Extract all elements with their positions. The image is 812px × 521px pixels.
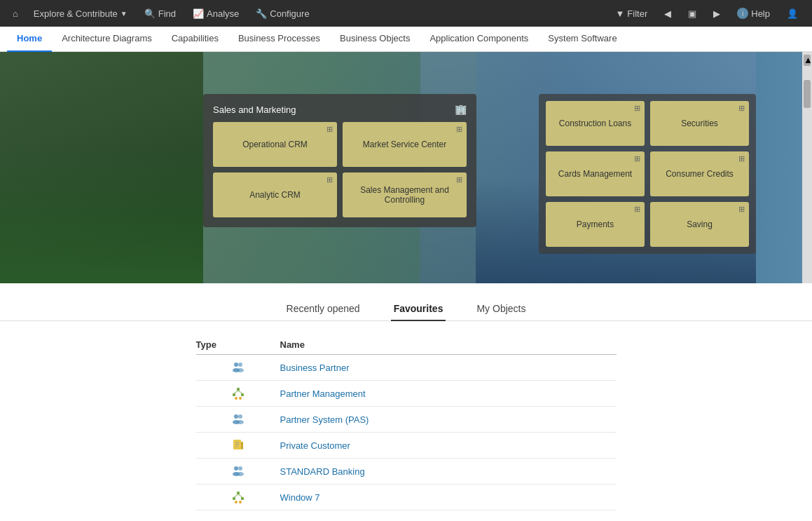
data-table: Type Name Business Partner bbox=[196, 335, 617, 510]
svg-point-21 bbox=[238, 466, 242, 471]
payments-box[interactable]: ⊞ Payments bbox=[546, 202, 645, 247]
table-row: STANDARD Banking bbox=[196, 459, 617, 485]
row-type-icon bbox=[196, 438, 280, 452]
bottom-section: Recently opened Favourites My Objects Ty… bbox=[0, 283, 812, 521]
name-column-header: Name bbox=[280, 339, 617, 350]
svg-line-7 bbox=[234, 391, 238, 393]
type-column-header: Type bbox=[196, 339, 280, 350]
row-type-icon bbox=[196, 386, 280, 400]
tab-architecture-diagrams[interactable]: Architecture Diagrams bbox=[52, 27, 162, 52]
svg-rect-26 bbox=[241, 497, 244, 500]
market-service-center-box[interactable]: ⊞ Market Service Center bbox=[343, 122, 467, 167]
tab-business-processes[interactable]: Business Processes bbox=[228, 27, 330, 52]
operational-crm-box[interactable]: ⊞ Operational CRM bbox=[213, 122, 337, 167]
nav-prev-button[interactable]: ◀ bbox=[657, 0, 678, 27]
grid-icon: ⊞ bbox=[738, 154, 745, 163]
window7-link[interactable]: Window 7 bbox=[280, 492, 617, 503]
home-button[interactable]: ⌂ bbox=[7, 0, 24, 27]
user-button[interactable]: 👤 bbox=[780, 0, 805, 27]
home-icon: ⌂ bbox=[13, 8, 18, 19]
help-button[interactable]: i Help bbox=[730, 0, 777, 27]
tab-my-objects[interactable]: My Objects bbox=[474, 297, 528, 321]
sales-card-title: Sales and Marketing 🏢 bbox=[213, 104, 467, 115]
securities-box[interactable]: ⊞ Securities bbox=[650, 101, 749, 146]
tab-favourites[interactable]: Favourites bbox=[391, 297, 446, 321]
svg-point-9 bbox=[235, 397, 238, 400]
row-type-icon bbox=[196, 490, 280, 504]
svg-line-27 bbox=[234, 494, 238, 497]
partner-system-link[interactable]: Partner System (PAS) bbox=[280, 414, 617, 425]
grid-icon: ⊞ bbox=[634, 154, 640, 163]
people-icon3 bbox=[231, 464, 245, 478]
consumer-credits-box[interactable]: ⊞ Consumer Credits bbox=[650, 151, 749, 196]
grid-icon: ⊞ bbox=[634, 205, 640, 214]
grid-icon: ⊞ bbox=[738, 104, 745, 113]
svg-rect-5 bbox=[233, 393, 235, 396]
nav-window-icon: ▣ bbox=[688, 8, 696, 19]
document-icon bbox=[231, 438, 245, 452]
business-partner-link[interactable]: Business Partner bbox=[280, 363, 617, 373]
table-row: Window 7 bbox=[196, 485, 617, 510]
topbar: ⌂ Explore & Contribute ▼ 🔍 Find 📈 Analys… bbox=[0, 0, 812, 27]
svg-rect-24 bbox=[237, 492, 240, 494]
grid-icon: ⊞ bbox=[326, 125, 333, 134]
tab-system-software[interactable]: System Software bbox=[538, 27, 626, 52]
grid-icon: ⊞ bbox=[456, 125, 462, 134]
tab-recently-opened[interactable]: Recently opened bbox=[284, 297, 363, 321]
sales-management-box[interactable]: ⊞ Sales Management and Controlling bbox=[343, 172, 467, 217]
svg-rect-25 bbox=[233, 497, 235, 500]
partner-management-link[interactable]: Partner Management bbox=[280, 388, 617, 399]
tab-capabilities[interactable]: Capabilities bbox=[162, 27, 228, 52]
scroll-up-arrow[interactable]: ▲ bbox=[804, 55, 811, 66]
row-type-icon bbox=[196, 360, 280, 374]
tabs-bar: Recently opened Favourites My Objects bbox=[0, 297, 812, 321]
explore-contribute-menu[interactable]: Explore & Contribute ▼ bbox=[27, 0, 135, 27]
row-type-icon bbox=[196, 412, 280, 426]
private-customer-link[interactable]: Private Customer bbox=[280, 440, 617, 451]
analyse-button[interactable]: 📈 Analyse bbox=[186, 0, 246, 27]
grid-icon: ⊞ bbox=[326, 175, 333, 184]
table-row: Partner Management bbox=[196, 381, 617, 407]
svg-point-30 bbox=[239, 501, 242, 503]
svg-point-23 bbox=[237, 472, 244, 476]
people-icon2 bbox=[231, 412, 245, 426]
table-row: Private Customer bbox=[196, 433, 617, 459]
right-cards-grid: ⊞ Construction Loans ⊞ Securities ⊞ Card… bbox=[546, 101, 749, 247]
svg-point-12 bbox=[238, 414, 242, 419]
hero-section: Sales and Marketing 🏢 ⊞ Operational CRM … bbox=[0, 52, 812, 283]
grid-icon: ⊞ bbox=[634, 104, 640, 113]
svg-rect-4 bbox=[237, 388, 240, 391]
grid-icon: ⊞ bbox=[738, 205, 745, 214]
find-button[interactable]: 🔍 Find bbox=[137, 0, 183, 27]
svg-point-10 bbox=[239, 397, 242, 400]
filter-button[interactable]: ▼ Filter bbox=[608, 0, 654, 27]
user-icon: 👤 bbox=[787, 8, 798, 19]
svg-point-11 bbox=[234, 414, 238, 419]
saving-box[interactable]: ⊞ Saving bbox=[650, 202, 749, 247]
svg-point-1 bbox=[238, 363, 242, 367]
building-icon: 🏢 bbox=[455, 104, 467, 115]
right-cards-panel: ⊞ Construction Loans ⊞ Securities ⊞ Card… bbox=[539, 94, 756, 254]
analytic-crm-box[interactable]: ⊞ Analytic CRM bbox=[213, 172, 337, 217]
hero-scrollbar[interactable]: ▲ bbox=[802, 52, 812, 283]
construction-loans-box[interactable]: ⊞ Construction Loans bbox=[546, 101, 645, 146]
svg-line-8 bbox=[238, 391, 242, 393]
svg-rect-6 bbox=[241, 393, 244, 396]
standard-banking-link[interactable]: STANDARD Banking bbox=[280, 466, 617, 477]
tab-application-components[interactable]: Application Components bbox=[420, 27, 538, 52]
svg-point-14 bbox=[237, 420, 244, 424]
table-row: Partner System (PAS) bbox=[196, 407, 617, 433]
sales-card-grid: ⊞ Operational CRM ⊞ Market Service Cente… bbox=[213, 122, 467, 217]
scrollbar-thumb[interactable] bbox=[804, 80, 811, 108]
analyse-icon: 📈 bbox=[193, 8, 204, 19]
chevron-down-icon: ▼ bbox=[121, 10, 128, 18]
svg-point-20 bbox=[234, 466, 238, 471]
cards-management-box[interactable]: ⊞ Cards Management bbox=[546, 151, 645, 196]
nav-window-button[interactable]: ▣ bbox=[681, 0, 703, 27]
tab-business-objects[interactable]: Business Objects bbox=[330, 27, 420, 52]
nav-next-button[interactable]: ▶ bbox=[706, 0, 727, 27]
svg-point-0 bbox=[234, 363, 238, 367]
configure-button[interactable]: 🔧 Configure bbox=[249, 0, 316, 27]
tab-home[interactable]: Home bbox=[7, 27, 52, 52]
sales-marketing-card: Sales and Marketing 🏢 ⊞ Operational CRM … bbox=[203, 94, 476, 227]
